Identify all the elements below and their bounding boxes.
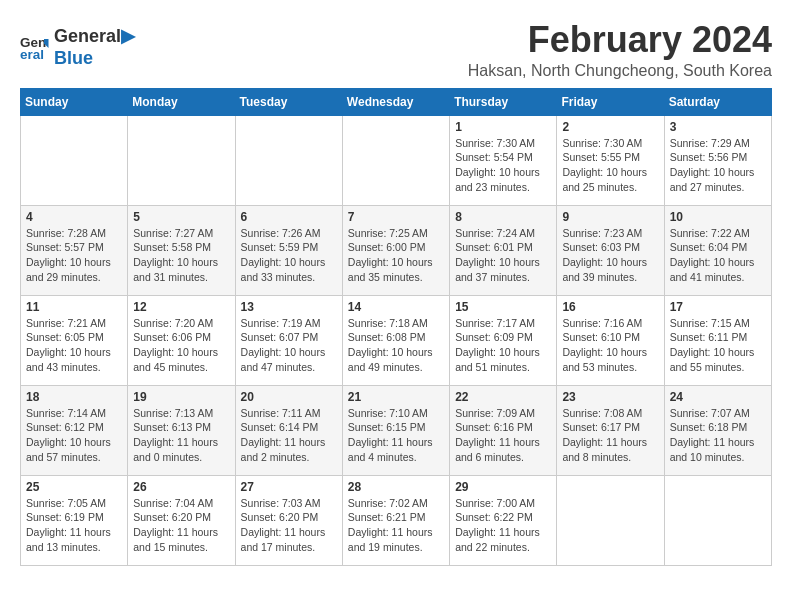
day-info: Sunrise: 7:26 AM Sunset: 5:59 PM Dayligh… — [241, 226, 337, 285]
day-number: 18 — [26, 390, 122, 404]
day-info: Sunrise: 7:18 AM Sunset: 6:08 PM Dayligh… — [348, 316, 444, 375]
calendar-cell: 12Sunrise: 7:20 AM Sunset: 6:06 PM Dayli… — [128, 295, 235, 385]
logo-line1: General▶ — [54, 26, 135, 48]
day-info: Sunrise: 7:22 AM Sunset: 6:04 PM Dayligh… — [670, 226, 766, 285]
day-number: 14 — [348, 300, 444, 314]
weekday-monday: Monday — [128, 88, 235, 115]
calendar-cell — [342, 115, 449, 205]
calendar-cell: 4Sunrise: 7:28 AM Sunset: 5:57 PM Daylig… — [21, 205, 128, 295]
day-number: 27 — [241, 480, 337, 494]
day-number: 26 — [133, 480, 229, 494]
day-info: Sunrise: 7:20 AM Sunset: 6:06 PM Dayligh… — [133, 316, 229, 375]
day-number: 6 — [241, 210, 337, 224]
day-number: 16 — [562, 300, 658, 314]
day-info: Sunrise: 7:21 AM Sunset: 6:05 PM Dayligh… — [26, 316, 122, 375]
day-number: 5 — [133, 210, 229, 224]
calendar-cell: 26Sunrise: 7:04 AM Sunset: 6:20 PM Dayli… — [128, 475, 235, 565]
day-info: Sunrise: 7:25 AM Sunset: 6:00 PM Dayligh… — [348, 226, 444, 285]
day-info: Sunrise: 7:10 AM Sunset: 6:15 PM Dayligh… — [348, 406, 444, 465]
day-info: Sunrise: 7:00 AM Sunset: 6:22 PM Dayligh… — [455, 496, 551, 555]
calendar-cell: 8Sunrise: 7:24 AM Sunset: 6:01 PM Daylig… — [450, 205, 557, 295]
day-info: Sunrise: 7:02 AM Sunset: 6:21 PM Dayligh… — [348, 496, 444, 555]
calendar-cell — [128, 115, 235, 205]
day-number: 3 — [670, 120, 766, 134]
day-info: Sunrise: 7:17 AM Sunset: 6:09 PM Dayligh… — [455, 316, 551, 375]
calendar-cell: 25Sunrise: 7:05 AM Sunset: 6:19 PM Dayli… — [21, 475, 128, 565]
calendar-cell: 3Sunrise: 7:29 AM Sunset: 5:56 PM Daylig… — [664, 115, 771, 205]
calendar-cell: 10Sunrise: 7:22 AM Sunset: 6:04 PM Dayli… — [664, 205, 771, 295]
day-info: Sunrise: 7:13 AM Sunset: 6:13 PM Dayligh… — [133, 406, 229, 465]
calendar-cell: 24Sunrise: 7:07 AM Sunset: 6:18 PM Dayli… — [664, 385, 771, 475]
day-info: Sunrise: 7:05 AM Sunset: 6:19 PM Dayligh… — [26, 496, 122, 555]
calendar-week-1: 1Sunrise: 7:30 AM Sunset: 5:54 PM Daylig… — [21, 115, 772, 205]
day-number: 10 — [670, 210, 766, 224]
calendar-cell — [557, 475, 664, 565]
svg-text:eral: eral — [20, 46, 44, 61]
month-year: February 2024 — [468, 20, 772, 60]
calendar-cell: 21Sunrise: 7:10 AM Sunset: 6:15 PM Dayli… — [342, 385, 449, 475]
day-info: Sunrise: 7:16 AM Sunset: 6:10 PM Dayligh… — [562, 316, 658, 375]
calendar-cell: 7Sunrise: 7:25 AM Sunset: 6:00 PM Daylig… — [342, 205, 449, 295]
day-info: Sunrise: 7:24 AM Sunset: 6:01 PM Dayligh… — [455, 226, 551, 285]
day-info: Sunrise: 7:19 AM Sunset: 6:07 PM Dayligh… — [241, 316, 337, 375]
day-info: Sunrise: 7:11 AM Sunset: 6:14 PM Dayligh… — [241, 406, 337, 465]
weekday-tuesday: Tuesday — [235, 88, 342, 115]
day-info: Sunrise: 7:08 AM Sunset: 6:17 PM Dayligh… — [562, 406, 658, 465]
calendar-cell — [21, 115, 128, 205]
day-info: Sunrise: 7:30 AM Sunset: 5:54 PM Dayligh… — [455, 136, 551, 195]
day-number: 19 — [133, 390, 229, 404]
page-header: Gen eral General▶ Blue February 2024 Hak… — [20, 20, 772, 80]
calendar-table: SundayMondayTuesdayWednesdayThursdayFrid… — [20, 88, 772, 566]
day-number: 28 — [348, 480, 444, 494]
day-number: 8 — [455, 210, 551, 224]
day-number: 15 — [455, 300, 551, 314]
day-number: 1 — [455, 120, 551, 134]
day-number: 22 — [455, 390, 551, 404]
calendar-cell: 18Sunrise: 7:14 AM Sunset: 6:12 PM Dayli… — [21, 385, 128, 475]
calendar-cell: 29Sunrise: 7:00 AM Sunset: 6:22 PM Dayli… — [450, 475, 557, 565]
calendar-cell — [235, 115, 342, 205]
calendar-cell: 15Sunrise: 7:17 AM Sunset: 6:09 PM Dayli… — [450, 295, 557, 385]
calendar-cell — [664, 475, 771, 565]
day-info: Sunrise: 7:27 AM Sunset: 5:58 PM Dayligh… — [133, 226, 229, 285]
day-number: 17 — [670, 300, 766, 314]
calendar-cell: 1Sunrise: 7:30 AM Sunset: 5:54 PM Daylig… — [450, 115, 557, 205]
day-info: Sunrise: 7:07 AM Sunset: 6:18 PM Dayligh… — [670, 406, 766, 465]
day-info: Sunrise: 7:03 AM Sunset: 6:20 PM Dayligh… — [241, 496, 337, 555]
day-number: 25 — [26, 480, 122, 494]
day-number: 7 — [348, 210, 444, 224]
calendar-cell: 5Sunrise: 7:27 AM Sunset: 5:58 PM Daylig… — [128, 205, 235, 295]
day-number: 12 — [133, 300, 229, 314]
day-info: Sunrise: 7:04 AM Sunset: 6:20 PM Dayligh… — [133, 496, 229, 555]
calendar-cell: 14Sunrise: 7:18 AM Sunset: 6:08 PM Dayli… — [342, 295, 449, 385]
calendar-cell: 17Sunrise: 7:15 AM Sunset: 6:11 PM Dayli… — [664, 295, 771, 385]
day-info: Sunrise: 7:30 AM Sunset: 5:55 PM Dayligh… — [562, 136, 658, 195]
day-number: 24 — [670, 390, 766, 404]
day-number: 23 — [562, 390, 658, 404]
day-number: 2 — [562, 120, 658, 134]
logo: Gen eral General▶ Blue — [20, 26, 135, 69]
day-number: 20 — [241, 390, 337, 404]
calendar-cell: 27Sunrise: 7:03 AM Sunset: 6:20 PM Dayli… — [235, 475, 342, 565]
calendar-week-2: 4Sunrise: 7:28 AM Sunset: 5:57 PM Daylig… — [21, 205, 772, 295]
calendar-cell: 6Sunrise: 7:26 AM Sunset: 5:59 PM Daylig… — [235, 205, 342, 295]
day-info: Sunrise: 7:14 AM Sunset: 6:12 PM Dayligh… — [26, 406, 122, 465]
calendar-cell: 28Sunrise: 7:02 AM Sunset: 6:21 PM Dayli… — [342, 475, 449, 565]
day-info: Sunrise: 7:29 AM Sunset: 5:56 PM Dayligh… — [670, 136, 766, 195]
day-number: 11 — [26, 300, 122, 314]
day-number: 9 — [562, 210, 658, 224]
calendar-cell: 19Sunrise: 7:13 AM Sunset: 6:13 PM Dayli… — [128, 385, 235, 475]
weekday-friday: Friday — [557, 88, 664, 115]
day-number: 4 — [26, 210, 122, 224]
calendar-cell: 13Sunrise: 7:19 AM Sunset: 6:07 PM Dayli… — [235, 295, 342, 385]
calendar-cell: 2Sunrise: 7:30 AM Sunset: 5:55 PM Daylig… — [557, 115, 664, 205]
weekday-header-row: SundayMondayTuesdayWednesdayThursdayFrid… — [21, 88, 772, 115]
weekday-thursday: Thursday — [450, 88, 557, 115]
day-info: Sunrise: 7:23 AM Sunset: 6:03 PM Dayligh… — [562, 226, 658, 285]
calendar-cell: 16Sunrise: 7:16 AM Sunset: 6:10 PM Dayli… — [557, 295, 664, 385]
calendar-cell: 23Sunrise: 7:08 AM Sunset: 6:17 PM Dayli… — [557, 385, 664, 475]
day-info: Sunrise: 7:15 AM Sunset: 6:11 PM Dayligh… — [670, 316, 766, 375]
day-number: 21 — [348, 390, 444, 404]
title-block: February 2024 Haksan, North Chungcheong,… — [468, 20, 772, 80]
calendar-cell: 20Sunrise: 7:11 AM Sunset: 6:14 PM Dayli… — [235, 385, 342, 475]
